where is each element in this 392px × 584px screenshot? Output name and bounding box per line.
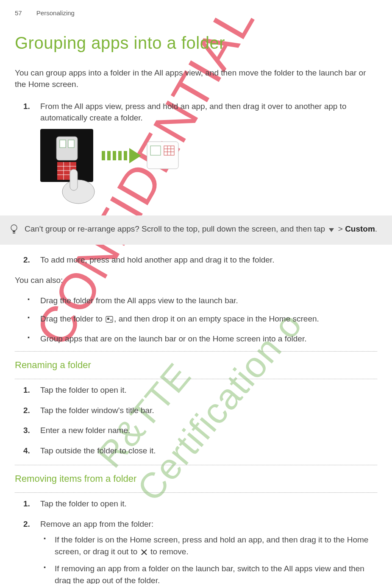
removing-sub-list: If the folder is on the Home screen, pre… <box>40 534 377 584</box>
svg-rect-11 <box>70 169 78 190</box>
folder-drag-illustration <box>40 129 377 205</box>
svg-point-10 <box>62 180 95 204</box>
svg-rect-12 <box>102 151 105 160</box>
also-item-3: Group apps that are on the launch bar or… <box>40 333 377 345</box>
section-name: Personalizing <box>36 9 75 17</box>
removing-step-2: Remove an app from the folder: If the fo… <box>40 518 377 584</box>
renaming-step-2: Tap the folder window's title bar. <box>40 405 377 416</box>
also-list: Drag the folder from the All apps view t… <box>15 295 377 345</box>
page-header: 57 Personalizing <box>15 8 377 18</box>
svg-rect-14 <box>113 151 116 160</box>
svg-rect-16 <box>124 151 127 160</box>
svg-rect-30 <box>107 318 109 320</box>
removing-heading: Removing items from a folder <box>15 470 377 487</box>
tip-box: Can't group or re-arrange apps? Scroll t… <box>0 215 392 245</box>
renaming-step-1: Tap the folder to open it. <box>40 384 377 396</box>
svg-rect-20 <box>164 146 174 155</box>
removing-sub-2: If removing an app from a folder on the … <box>55 563 377 584</box>
svg-marker-17 <box>129 148 141 163</box>
removing-sub-1: If the folder is on the Home screen, pre… <box>55 534 377 559</box>
page-number: 57 <box>15 8 22 18</box>
lightbulb-icon <box>9 224 19 238</box>
also-item-1: Drag the folder from the All apps view t… <box>40 295 377 307</box>
svg-rect-26 <box>13 231 15 232</box>
widget-icon <box>106 314 113 326</box>
intro-text: You can group apps into a folder in the … <box>15 67 377 90</box>
remove-x-icon <box>141 547 147 559</box>
divider <box>15 492 377 493</box>
main-steps-list-cont: To add more, press and hold another app … <box>15 254 377 266</box>
svg-rect-15 <box>118 151 122 160</box>
step-2-text: To add more, press and hold another app … <box>40 255 274 264</box>
renaming-step-4: Tap outside the folder to close it. <box>40 445 377 457</box>
also-item-2: Drag the folder to , and then drop it on… <box>40 313 377 326</box>
step-1-text: From the All apps view, press and hold a… <box>40 102 346 123</box>
also-intro: You can also: <box>15 274 377 286</box>
renaming-step-3: Enter a new folder name. <box>40 425 377 436</box>
step-2: To add more, press and hold another app … <box>40 254 377 266</box>
svg-rect-2 <box>60 140 66 148</box>
svg-marker-28 <box>329 228 334 232</box>
removing-step-1: Tap the folder to open it. <box>40 498 377 510</box>
tip-text: Can't group or re-arrange apps? Scroll t… <box>25 223 377 236</box>
dropdown-caret-icon <box>328 224 335 236</box>
renaming-steps: Tap the folder to open it. Tap the folde… <box>15 384 377 456</box>
divider <box>15 465 377 465</box>
svg-point-25 <box>11 225 17 231</box>
divider <box>15 351 377 352</box>
main-steps-list: From the All apps view, press and hold a… <box>15 101 377 205</box>
step-1: From the All apps view, press and hold a… <box>40 101 377 205</box>
svg-rect-19 <box>150 146 161 155</box>
svg-rect-3 <box>68 140 74 148</box>
page-title: Grouping apps into a folder <box>15 31 377 55</box>
divider <box>15 379 377 379</box>
svg-rect-13 <box>107 151 111 160</box>
renaming-heading: Renaming a folder <box>15 357 377 374</box>
removing-steps: Tap the folder to open it. Remove an app… <box>15 498 377 584</box>
